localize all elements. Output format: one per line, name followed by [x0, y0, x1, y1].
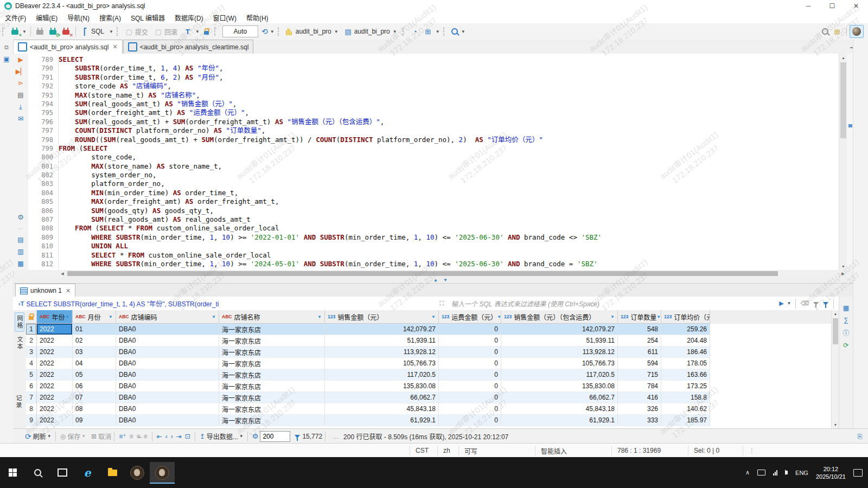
- filter-config-icon[interactable]: [813, 302, 819, 305]
- refresh-icon[interactable]: ⟳: [25, 432, 31, 441]
- cell[interactable]: 163.66: [661, 369, 710, 381]
- view-tab-text[interactable]: 文本: [15, 334, 24, 352]
- cell[interactable]: DBA0: [116, 324, 219, 335]
- table-row[interactable]: 7202207DBA0海一家京东店66,062.7066,062.7416158…: [26, 392, 831, 403]
- export-caret-icon[interactable]: ▼: [239, 434, 244, 439]
- cell[interactable]: 61,929.1: [501, 415, 618, 426]
- cell[interactable]: 2022: [37, 335, 73, 346]
- cell[interactable]: DBA0: [116, 415, 219, 426]
- result-grid[interactable]: ABC年份▼ABC月份▼ABC店铺编码▼ABC店铺名称▼123销售金额（元）▼1…: [26, 310, 831, 428]
- cell[interactable]: 178.05: [661, 358, 710, 369]
- open-perspective-button[interactable]: ⊞: [831, 25, 843, 38]
- metadata-panel-icon[interactable]: ⓘ: [843, 328, 849, 337]
- cell[interactable]: 105,766.73: [325, 358, 439, 369]
- cell[interactable]: 0: [439, 324, 501, 335]
- cell[interactable]: 05: [73, 369, 116, 381]
- menu-item-5[interactable]: 数据库(D): [170, 13, 208, 22]
- cell[interactable]: 2022: [37, 415, 73, 426]
- record-mode-label[interactable]: 记录: [14, 395, 23, 409]
- cell[interactable]: 08: [73, 403, 116, 415]
- cell[interactable]: 66,062.7: [501, 392, 618, 403]
- disconnect-button[interactable]: ✕: [60, 25, 72, 38]
- cell[interactable]: 2022: [37, 346, 73, 358]
- filter-save-icon[interactable]: [823, 302, 828, 305]
- grid-settings-gear-icon[interactable]: ⚙: [252, 432, 259, 440]
- cell[interactable]: 51,939.11: [501, 335, 618, 346]
- save-caret-icon[interactable]: ▼: [81, 434, 86, 439]
- cell[interactable]: 142,079.27: [325, 324, 439, 335]
- task-view-button[interactable]: [50, 462, 75, 484]
- cell[interactable]: 0: [439, 358, 501, 369]
- table-row[interactable]: 2202202DBA0海一家京东店51,939.11051,939.112542…: [26, 335, 831, 346]
- cell[interactable]: DBA0: [116, 358, 219, 369]
- row-number[interactable]: 4: [26, 358, 37, 369]
- collapse-up-icon[interactable]: ▲: [433, 278, 438, 282]
- erase-filter-icon[interactable]: ⌫: [801, 300, 809, 307]
- cell[interactable]: 715: [618, 369, 661, 381]
- cell[interactable]: 海一家京东店: [219, 392, 325, 403]
- script-doc2-icon[interactable]: ▥: [17, 248, 23, 255]
- cell[interactable]: 66,062.7: [325, 392, 439, 403]
- table-row[interactable]: 6202206DBA0海一家京东店135,830.080135,830.0878…: [26, 381, 831, 392]
- sql-code-editor[interactable]: SELECT SUBSTR(order_time_t, 1, 4) AS "年份…: [59, 54, 839, 272]
- plan-caret-icon[interactable]: ▼: [436, 29, 440, 34]
- column-header-5[interactable]: 123运费金额（元）▼: [439, 310, 501, 324]
- cell[interactable]: 0: [439, 381, 501, 392]
- fetch-size-input[interactable]: [260, 431, 290, 442]
- add-row-icon[interactable]: ≡⁺: [119, 433, 126, 440]
- cell[interactable]: 254: [618, 335, 661, 346]
- tab-close-icon[interactable]: ✕: [112, 43, 117, 50]
- menu-item-4[interactable]: SQL 编辑器: [126, 13, 170, 22]
- column-header-4[interactable]: 123销售金额（元）▼: [325, 310, 439, 324]
- cell[interactable]: 105,766.73: [501, 358, 618, 369]
- script-doc-icon[interactable]: ▤: [17, 236, 23, 243]
- toolbar-search-button[interactable]: [450, 25, 459, 38]
- table-row[interactable]: 5202205DBA0海一家京东店117,020.50117,020.57151…: [26, 369, 831, 381]
- execution-plan-button[interactable]: ⊞: [422, 25, 434, 38]
- minimize-button[interactable]: ─: [796, 0, 820, 12]
- commit-button[interactable]: ▢ 提交: [123, 25, 151, 38]
- more-icon[interactable]: …: [333, 433, 339, 440]
- column-filter-caret-icon[interactable]: ▼: [497, 314, 501, 319]
- cell[interactable]: 0: [439, 346, 501, 358]
- grid-corner-cell[interactable]: [26, 310, 37, 324]
- column-filter-caret-icon[interactable]: ▼: [656, 314, 661, 319]
- cell[interactable]: 2022: [37, 403, 73, 415]
- menu-item-2[interactable]: 导航(N): [62, 13, 94, 22]
- copy-row-icon[interactable]: ≡: [130, 433, 133, 440]
- cell[interactable]: 02: [73, 335, 116, 346]
- cell[interactable]: 0: [439, 415, 501, 426]
- touch-keyboard-icon[interactable]: [757, 470, 765, 476]
- cell[interactable]: 海一家京东店: [219, 358, 325, 369]
- cell[interactable]: 204.48: [661, 335, 710, 346]
- column-header-1[interactable]: ABC月份▼: [73, 310, 116, 324]
- new-connection-caret-icon[interactable]: ▼: [22, 29, 27, 34]
- input-language[interactable]: ENG: [795, 470, 808, 476]
- cell[interactable]: 海一家京东店: [219, 369, 325, 381]
- refresh-button[interactable]: 刷新: [33, 432, 46, 441]
- cell[interactable]: 04: [73, 358, 116, 369]
- settings-gear-icon[interactable]: ⚙: [17, 213, 24, 221]
- export-button[interactable]: 导出数据...: [207, 432, 238, 441]
- cell[interactable]: 2022: [37, 369, 73, 381]
- column-filter-caret-icon[interactable]: ▼: [317, 314, 322, 319]
- rollback-button[interactable]: ▢ 回滚: [152, 25, 181, 38]
- user-perspective-button[interactable]: [850, 25, 864, 38]
- history-caret-icon[interactable]: ▼: [270, 29, 275, 34]
- table-row[interactable]: 4202204DBA0海一家京东店105,766.730105,766.7359…: [26, 358, 831, 369]
- cell[interactable]: 142,079.27: [501, 324, 618, 335]
- cell[interactable]: 117,020.5: [325, 369, 439, 381]
- row-number[interactable]: 1: [26, 324, 37, 335]
- column-header-6[interactable]: 123销售金额（元）（包含运费）▼: [501, 310, 618, 324]
- refresh-caret-icon[interactable]: ▼: [47, 434, 52, 439]
- cell[interactable]: 01: [73, 324, 116, 335]
- cell[interactable]: 2022: [37, 392, 73, 403]
- database-select-button[interactable]: audit_bi_pro ▼: [284, 25, 341, 38]
- column-header-3[interactable]: ABC店铺名称▼: [219, 310, 325, 324]
- cell[interactable]: 09: [73, 415, 116, 426]
- value-panel-icon[interactable]: ▦: [843, 304, 849, 312]
- cell[interactable]: 185.97: [661, 415, 710, 426]
- cell[interactable]: 186.46: [661, 346, 710, 358]
- first-row-icon[interactable]: ⇤: [157, 433, 162, 440]
- focus-row-icon[interactable]: ⊡: [185, 433, 190, 440]
